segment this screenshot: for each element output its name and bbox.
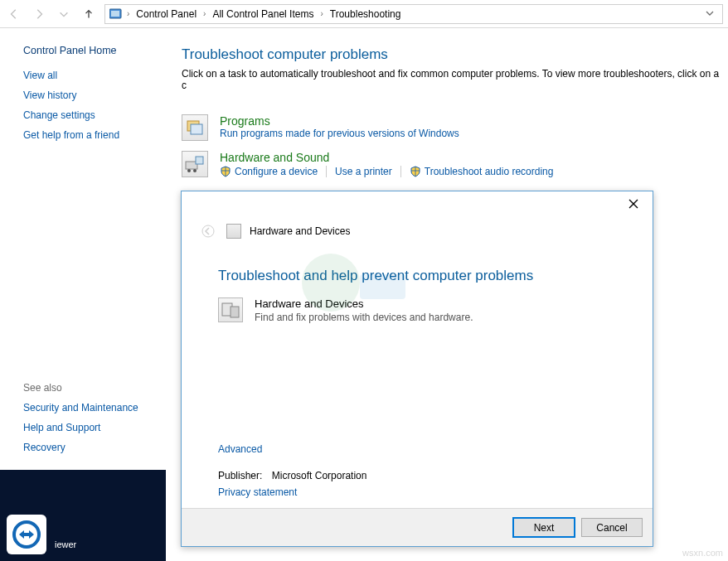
category-link-run-programs[interactable]: Run programs made for previous versions … (220, 128, 720, 139)
category-hardware-sound: Hardware and Sound Configure a device Us… (182, 151, 720, 177)
publisher-label: Publisher: (218, 470, 262, 481)
category-programs: Programs Run programs made for previous … (182, 114, 720, 141)
shield-icon (220, 166, 231, 177)
page-title: Troubleshoot computer problems (182, 46, 720, 63)
see-also-heading: See also (23, 382, 150, 394)
link-configure-device[interactable]: Configure a device (220, 166, 327, 177)
dialog-heading: Troubleshoot and help prevent computer p… (218, 268, 616, 284)
teamviewer-taskbar-icon[interactable] (7, 515, 46, 554)
category-title-hardware[interactable]: Hardware and Sound (220, 151, 720, 164)
watermark (289, 241, 414, 341)
dialog-back-button[interactable] (198, 221, 218, 241)
svg-point-11 (302, 254, 360, 312)
sidebar-link-change-settings[interactable]: Change settings (23, 109, 150, 121)
link-text: Use a printer (335, 166, 392, 177)
close-icon (629, 199, 638, 209)
arrow-up-icon (83, 8, 95, 20)
arrow-left-icon (201, 225, 215, 238)
svg-point-5 (187, 169, 191, 172)
svg-point-10 (202, 225, 214, 237)
toolbar: › Control Panel › All Control Panel Item… (0, 0, 728, 28)
dialog-footer-info: Advanced Publisher: Microsoft Corporatio… (182, 443, 653, 508)
taskbar-fragment: iewer (0, 470, 166, 561)
dialog-titlebar (182, 191, 653, 216)
breadcrumb-item[interactable]: All Control Panel Items (209, 8, 317, 20)
publisher-line: Publisher: Microsoft Corporation (218, 470, 616, 481)
cancel-button[interactable]: Cancel (581, 518, 643, 537)
dialog-name: Hardware and Devices (250, 225, 350, 237)
address-bar[interactable]: › Control Panel › All Control Panel Item… (104, 4, 723, 24)
dialog-header: Hardware and Devices (182, 216, 653, 249)
dialog-icon (226, 224, 241, 239)
see-also-help[interactable]: Help and Support (23, 422, 150, 433)
svg-rect-14 (231, 307, 239, 317)
troubleshooter-item[interactable]: Hardware and Devices Find and fix proble… (218, 297, 616, 323)
svg-rect-3 (191, 124, 202, 134)
control-panel-icon (109, 7, 124, 21)
link-text: Configure a device (235, 166, 318, 177)
sidebar-link-view-all[interactable]: View all (23, 70, 150, 81)
device-icon (218, 297, 243, 322)
chevron-down-icon (58, 8, 70, 20)
shield-icon (410, 166, 421, 177)
breadcrumb-item[interactable]: Troubleshooting (327, 8, 405, 20)
arrow-left-icon (8, 8, 20, 20)
arrow-right-icon (33, 8, 45, 20)
see-also-security[interactable]: Security and Maintenance (23, 402, 150, 413)
next-button[interactable]: Next (513, 518, 575, 537)
link-text: Troubleshoot audio recording (425, 166, 554, 177)
taskbar-label: iewer (55, 539, 76, 549)
link-troubleshoot-audio[interactable]: Troubleshoot audio recording (410, 166, 562, 177)
svg-rect-7 (196, 157, 203, 164)
breadcrumb-separator: › (318, 9, 324, 18)
sidebar-link-get-help[interactable]: Get help from a friend (23, 129, 150, 141)
address-dropdown-button[interactable] (701, 9, 719, 19)
troubleshooter-dialog: Hardware and Devices Troubleshoot and he… (181, 191, 653, 547)
chevron-down-icon (706, 9, 714, 17)
svg-point-6 (193, 169, 197, 172)
recent-locations-button[interactable] (55, 5, 73, 23)
privacy-statement-link[interactable]: Privacy statement (218, 486, 297, 498)
nav-back-button[interactable] (5, 5, 23, 23)
programs-icon (182, 114, 208, 141)
advanced-link[interactable]: Advanced (218, 443, 262, 455)
close-button[interactable] (621, 194, 646, 214)
sidebar-link-view-history[interactable]: View history (23, 89, 150, 101)
breadcrumb-item[interactable]: Control Panel (133, 8, 200, 20)
link-use-printer[interactable]: Use a printer (335, 166, 401, 177)
control-panel-home-link[interactable]: Control Panel Home (23, 45, 150, 56)
see-also-recovery[interactable]: Recovery (23, 442, 150, 453)
svg-rect-12 (360, 274, 405, 299)
nav-up-button[interactable] (80, 5, 98, 23)
watermark-text: wsxn.com (682, 548, 723, 558)
svg-rect-1 (111, 11, 119, 17)
dialog-buttons: Next Cancel (182, 508, 653, 546)
dialog-body: Troubleshoot and help prevent computer p… (182, 249, 653, 443)
svg-rect-9 (23, 533, 30, 536)
nav-forward-button[interactable] (30, 5, 48, 23)
category-title-programs[interactable]: Programs (220, 114, 720, 128)
breadcrumb-separator: › (125, 9, 131, 18)
hardware-icon (182, 151, 208, 177)
page-subtitle: Click on a task to automatically trouble… (182, 68, 720, 91)
breadcrumb-separator: › (201, 9, 207, 18)
publisher-value: Microsoft Corporation (272, 470, 367, 481)
